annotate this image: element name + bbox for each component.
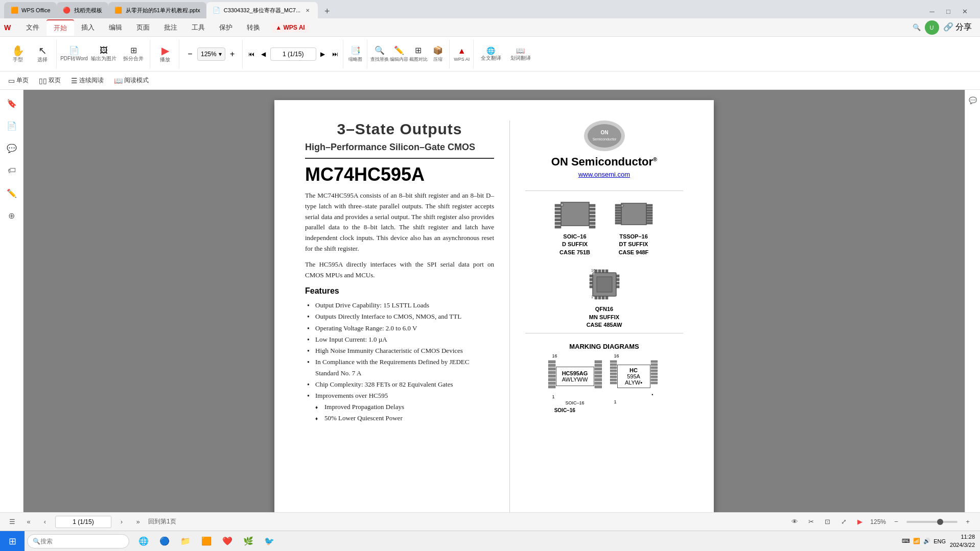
search-docs-icon[interactable]: 🔍 bbox=[913, 23, 921, 31]
bottom-zoom-in-button[interactable]: + bbox=[962, 516, 974, 528]
tab-template[interactable]: 🔴 找稻壳模板 bbox=[57, 2, 108, 18]
taskbar-edge-icon[interactable]: 🌐 bbox=[134, 532, 153, 550]
wps-tab-insert[interactable]: 插入 bbox=[74, 20, 102, 35]
hand-icon: ✋ bbox=[12, 45, 25, 56]
taskbar-app1-icon[interactable]: ❤️ bbox=[218, 532, 237, 550]
select-tool-button[interactable]: ↖ 选择 bbox=[31, 41, 54, 67]
sidebar-pages-icon[interactable]: 📄 bbox=[3, 116, 21, 135]
wps-tab-convert[interactable]: 转换 bbox=[240, 20, 267, 35]
tray-keyboard-icon: ⌨ bbox=[902, 538, 910, 544]
double-page-button[interactable]: ▯▯ 双页 bbox=[35, 74, 65, 87]
thumbnail-button[interactable]: 📑 缩略图 bbox=[346, 41, 365, 67]
bottom-page-input[interactable] bbox=[55, 516, 111, 528]
start-button[interactable]: ⊞ bbox=[0, 531, 25, 552]
zoom-selector[interactable]: 125% ▾ bbox=[197, 47, 225, 61]
sidebar-bookmark-icon[interactable]: 🔖 bbox=[3, 94, 21, 112]
zoom-slider[interactable] bbox=[906, 521, 958, 523]
tab-close-button[interactable]: ✕ bbox=[304, 6, 312, 14]
snap-compare-button[interactable]: ⊞ 截图对比 bbox=[409, 41, 428, 67]
wps-ai-button[interactable]: ▲ WPS AI bbox=[453, 41, 471, 67]
maximize-button[interactable]: □ bbox=[941, 4, 955, 18]
compress-button[interactable]: 📦 压缩 bbox=[429, 41, 447, 67]
svg-rect-74 bbox=[595, 386, 602, 388]
tab-pdf[interactable]: 📄 C3304332_移位寄存器_MC7... ✕ bbox=[206, 2, 318, 18]
user-avatar[interactable]: U bbox=[925, 20, 939, 35]
feature-item-5: High Noise Immunity Characteristic of CM… bbox=[305, 345, 494, 356]
wps-tab-tools[interactable]: 工具 bbox=[184, 20, 212, 35]
edit-content-button[interactable]: ✏️ 编辑内容 bbox=[390, 41, 408, 67]
sidebar-pen-icon[interactable]: ✏️ bbox=[3, 184, 21, 202]
bottom-zoom-out-button[interactable]: − bbox=[890, 516, 902, 528]
sidebar-comments-icon[interactable]: 💬 bbox=[3, 139, 21, 157]
continuous-button[interactable]: ☰ 连续阅读 bbox=[67, 74, 108, 87]
first-page-button[interactable]: ⏮ bbox=[246, 49, 257, 60]
share-button[interactable]: 🔗 分享 bbox=[943, 22, 972, 33]
taskbar-app2-icon[interactable]: 🌿 bbox=[239, 532, 258, 550]
word-translate-button[interactable]: 📖 划词翻译 bbox=[506, 41, 535, 67]
reading-mode-button[interactable]: 📖 阅读模式 bbox=[110, 74, 153, 87]
svg-rect-28 bbox=[615, 222, 621, 224]
taskbar-explorer-icon[interactable]: 📁 bbox=[176, 532, 195, 550]
page-number-input[interactable] bbox=[270, 47, 316, 61]
bottom-first-page[interactable]: « bbox=[22, 516, 35, 528]
hand-tool-button[interactable]: ✋ 手型 bbox=[6, 41, 30, 67]
wps-tab-edit[interactable]: 编辑 bbox=[102, 20, 129, 35]
last-page-button[interactable]: ⏭ bbox=[330, 49, 341, 60]
next-page-button[interactable]: ▶ bbox=[317, 49, 329, 60]
zoom-in-button[interactable]: + bbox=[227, 49, 238, 60]
tab-wps-office[interactable]: 🟧 WPS Office bbox=[4, 2, 57, 18]
bottom-fit-icon[interactable]: ⊡ bbox=[821, 516, 833, 528]
taskbar-browser-icon[interactable]: 🔵 bbox=[155, 532, 174, 550]
svg-point-56 bbox=[593, 273, 595, 275]
pdf-to-word-button[interactable]: 📄 PDF转Word bbox=[60, 41, 88, 67]
marking-1-pin16: 16 bbox=[552, 353, 557, 358]
back-to-first-label[interactable]: 回到第1页 bbox=[148, 517, 176, 526]
zoom-out-button[interactable]: − bbox=[184, 49, 196, 60]
taskbar-app3-icon[interactable]: 🐦 bbox=[260, 532, 278, 550]
output-image-button[interactable]: 🖼 输出为图片 bbox=[89, 41, 118, 67]
bottom-prev-page[interactable]: ‹ bbox=[39, 516, 51, 528]
bottom-play-icon[interactable]: ▶ bbox=[854, 516, 866, 528]
taskbar-search[interactable]: 🔍 bbox=[27, 534, 129, 548]
wps-tab-file[interactable]: 文件 bbox=[19, 20, 46, 35]
bottom-crop-icon[interactable]: ✂ bbox=[805, 516, 817, 528]
bottom-next-page[interactable]: › bbox=[115, 516, 128, 528]
single-page-icon: ▭ bbox=[8, 77, 15, 85]
bottom-last-page[interactable]: » bbox=[132, 516, 144, 528]
rt-chat-icon[interactable]: 💬 bbox=[967, 94, 979, 106]
sidebar-tags-icon[interactable]: 🏷 bbox=[3, 161, 21, 180]
bottom-sidebar-toggle[interactable]: ☰ bbox=[6, 516, 18, 528]
play-button[interactable]: ▶ 播放 bbox=[153, 41, 177, 67]
bottom-expand-icon[interactable]: ⤢ bbox=[837, 516, 850, 528]
search-input[interactable] bbox=[40, 538, 117, 545]
brand-website[interactable]: www.onsemi.com bbox=[578, 171, 630, 178]
new-tab-button[interactable]: + bbox=[320, 4, 334, 18]
wps-tab-home[interactable]: 开始 bbox=[46, 19, 74, 36]
split-merge-button[interactable]: ⊞ 拆分合并 bbox=[119, 41, 148, 67]
toolbar-group-pagenav: ⏮ ◀ ▶ ⏭ bbox=[244, 40, 343, 68]
tab-pptx[interactable]: 🟧 从零开始的51单片机教程.pptx bbox=[108, 2, 206, 18]
wps-tab-page[interactable]: 页面 bbox=[129, 20, 157, 35]
close-browser-button[interactable]: ✕ bbox=[958, 4, 972, 18]
prev-page-button[interactable]: ◀ bbox=[258, 49, 269, 60]
svg-rect-53 bbox=[616, 282, 619, 284]
svg-rect-32 bbox=[646, 212, 652, 214]
find-replace-button[interactable]: 🔍 查找替换 bbox=[370, 41, 389, 67]
zoom-thumb[interactable] bbox=[937, 519, 943, 525]
svg-text:Semiconductor: Semiconductor bbox=[592, 137, 616, 141]
svg-rect-63 bbox=[548, 375, 555, 377]
translate-all-button[interactable]: 🌐 全文翻译 bbox=[477, 41, 505, 67]
minimize-button[interactable]: ─ bbox=[925, 4, 939, 18]
svg-rect-41 bbox=[602, 270, 604, 273]
svg-rect-5 bbox=[555, 208, 561, 210]
single-page-button[interactable]: ▭ 单页 bbox=[4, 74, 33, 87]
svg-rect-48 bbox=[590, 278, 593, 281]
taskbar-wps-icon[interactable]: 🟧 bbox=[197, 532, 216, 550]
svg-rect-78 bbox=[610, 370, 617, 372]
wps-tab-protect[interactable]: 保护 bbox=[212, 20, 240, 35]
wps-tab-comment[interactable]: 批注 bbox=[157, 20, 184, 35]
bottom-eye-icon[interactable]: 👁 bbox=[788, 516, 801, 528]
svg-rect-59 bbox=[548, 361, 555, 363]
sidebar-layers-icon[interactable]: ⊕ bbox=[3, 206, 21, 225]
svg-rect-46 bbox=[605, 296, 608, 299]
